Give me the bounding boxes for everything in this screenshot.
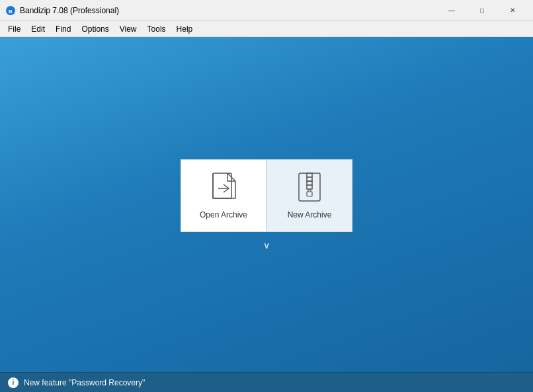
maximize-button[interactable]: □ — [467, 0, 497, 21]
menu-item-options[interactable]: Options — [76, 21, 114, 36]
menu-item-edit[interactable]: Edit — [26, 21, 50, 36]
cards-container: Open Archive New Archive — [181, 159, 352, 232]
svg-rect-9 — [307, 192, 312, 196]
window-title: Bandizip 7.08 (Professional) — [20, 6, 436, 15]
svg-rect-5 — [307, 173, 312, 177]
new-archive-card[interactable]: New Archive — [266, 159, 352, 232]
app-icon: B — [5, 5, 16, 16]
menu-item-help[interactable]: Help — [171, 21, 198, 36]
open-archive-icon — [209, 172, 238, 205]
svg-rect-2 — [213, 173, 231, 198]
menu-bar: FileEditFindOptionsViewToolsHelp — [0, 21, 533, 37]
status-text: New feature "Password Recovery" — [24, 378, 145, 387]
svg-text:B: B — [9, 8, 13, 14]
close-button[interactable]: ✕ — [497, 0, 528, 21]
svg-rect-7 — [307, 181, 312, 185]
menu-item-file[interactable]: File — [3, 21, 26, 36]
svg-rect-8 — [307, 185, 312, 189]
info-icon: i — [8, 377, 19, 388]
window-controls: — □ ✕ — [436, 0, 528, 21]
open-archive-card[interactable]: Open Archive — [181, 159, 266, 232]
status-bar: i New feature "Password Recovery" — [0, 372, 533, 392]
menu-item-find[interactable]: Find — [50, 21, 76, 36]
minimize-button[interactable]: — — [436, 0, 467, 21]
menu-item-tools[interactable]: Tools — [142, 21, 171, 36]
expand-chevron[interactable]: ∨ — [263, 240, 270, 251]
new-archive-icon — [295, 172, 324, 205]
title-bar: B Bandizip 7.08 (Professional) — □ ✕ — [0, 0, 533, 21]
menu-item-view[interactable]: View — [114, 21, 142, 36]
open-archive-label: Open Archive — [200, 210, 247, 219]
main-content: Open Archive New Archive ∨ — [0, 37, 533, 372]
new-archive-label: New Archive — [288, 210, 332, 219]
svg-rect-6 — [307, 177, 312, 181]
